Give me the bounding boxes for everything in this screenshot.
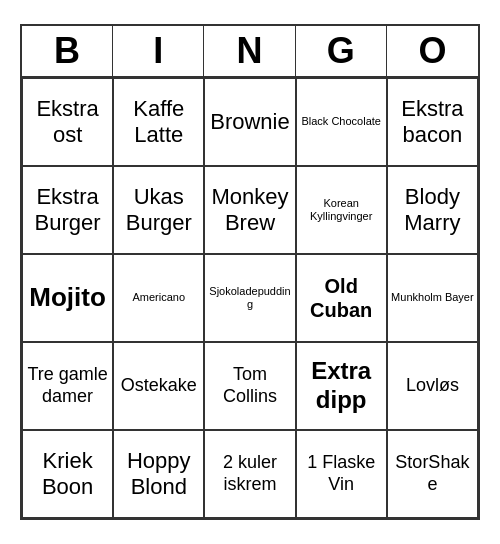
bingo-cell-9: Blody Marry [387, 166, 478, 254]
bingo-grid: Ekstra ostKaffe LatteBrownieBlack Chocol… [22, 78, 478, 518]
bingo-cell-12: Sjokoladepudding [204, 254, 295, 342]
bingo-header: BINGO [22, 26, 478, 78]
bingo-cell-13: Old Cuban [296, 254, 387, 342]
header-letter: B [22, 26, 113, 76]
bingo-cell-21: Hoppy Blond [113, 430, 204, 518]
header-letter: I [113, 26, 204, 76]
bingo-cell-10: Mojito [22, 254, 113, 342]
bingo-cell-5: Ekstra Burger [22, 166, 113, 254]
bingo-cell-3: Black Chocolate [296, 78, 387, 166]
bingo-cell-24: StorShake [387, 430, 478, 518]
bingo-cell-8: Korean Kyllingvinger [296, 166, 387, 254]
bingo-cell-22: 2 kuler iskrem [204, 430, 295, 518]
header-letter: O [387, 26, 478, 76]
header-letter: G [296, 26, 387, 76]
bingo-card: BINGO Ekstra ostKaffe LatteBrownieBlack … [20, 24, 480, 520]
bingo-cell-18: Extra dipp [296, 342, 387, 430]
bingo-cell-2: Brownie [204, 78, 295, 166]
bingo-cell-4: Ekstra bacon [387, 78, 478, 166]
bingo-cell-1: Kaffe Latte [113, 78, 204, 166]
bingo-cell-20: Kriek Boon [22, 430, 113, 518]
bingo-cell-6: Ukas Burger [113, 166, 204, 254]
bingo-cell-7: Monkey Brew [204, 166, 295, 254]
bingo-cell-19: Lovløs [387, 342, 478, 430]
bingo-cell-14: Munkholm Bayer [387, 254, 478, 342]
bingo-cell-23: 1 Flaske Vin [296, 430, 387, 518]
bingo-cell-17: Tom Collins [204, 342, 295, 430]
bingo-cell-11: Americano [113, 254, 204, 342]
bingo-cell-0: Ekstra ost [22, 78, 113, 166]
header-letter: N [204, 26, 295, 76]
bingo-cell-15: Tre gamle damer [22, 342, 113, 430]
bingo-cell-16: Ostekake [113, 342, 204, 430]
